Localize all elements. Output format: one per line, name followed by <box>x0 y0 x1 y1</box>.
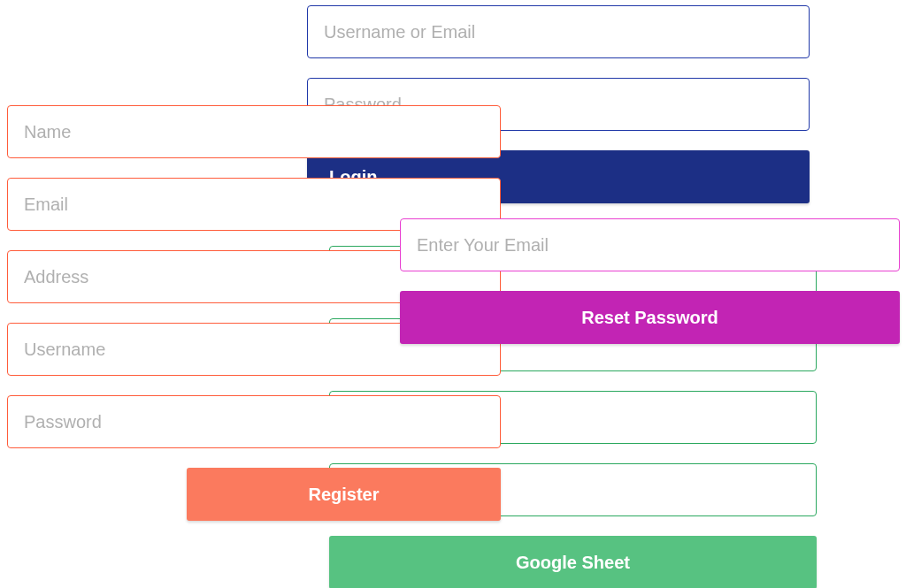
register-button[interactable]: Register <box>187 468 501 521</box>
register-password-input[interactable] <box>7 395 501 448</box>
reset-password-form: Reset Password <box>400 218 900 344</box>
reset-email-input[interactable] <box>400 218 900 271</box>
login-username-input[interactable] <box>307 5 810 58</box>
google-sheet-button[interactable]: Google Sheet <box>329 536 817 588</box>
name-input[interactable] <box>7 105 501 158</box>
reset-password-button[interactable]: Reset Password <box>400 291 900 344</box>
